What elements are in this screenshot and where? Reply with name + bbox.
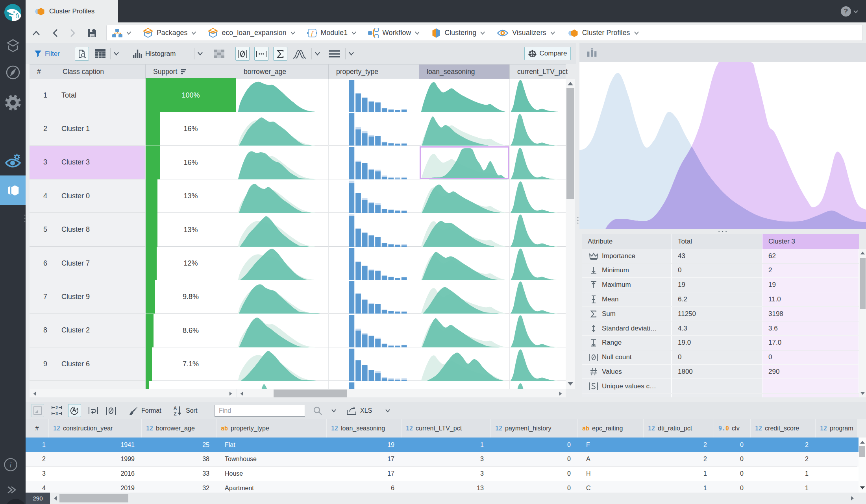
- wrap-text-button[interactable]: [87, 404, 100, 417]
- attr-total-cell[interactable]: [672, 379, 762, 393]
- records-vscrollbar[interactable]: [859, 438, 866, 493]
- attr-vscrollbar[interactable]: [859, 249, 866, 397]
- chart-cell-pt[interactable]: [329, 112, 419, 146]
- column-header-loan-seasoning[interactable]: loan_seasoning: [419, 65, 510, 79]
- chart-cell-pt[interactable]: [329, 146, 419, 179]
- attr-label-cell[interactable]: Importance: [582, 249, 672, 263]
- chevron-down-icon[interactable]: [853, 8, 859, 15]
- tab-cluster-profiles[interactable]: Cluster Profiles: [26, 0, 118, 22]
- chart-cell-ls[interactable]: [419, 146, 510, 179]
- search-dropdown[interactable]: [331, 409, 337, 413]
- breadcrumb-item-workflow[interactable]: Workflow: [368, 28, 420, 38]
- attr-label-cell[interactable]: Sum: [582, 307, 672, 321]
- null-count-toggle[interactable]: [235, 47, 250, 61]
- attr-cluster3-cell[interactable]: 0: [762, 351, 859, 365]
- chart-cell-ba[interactable]: [236, 280, 329, 314]
- attr-total-cell[interactable]: 19: [672, 278, 762, 292]
- column-chart-icon[interactable]: [587, 48, 597, 57]
- attr-cluster3-cell[interactable]: 3198: [762, 307, 859, 321]
- heatmap-button[interactable]: [214, 43, 224, 64]
- column-header-current-ltv-pct[interactable]: current_LTV_pct: [510, 65, 575, 79]
- chart-cell-ls[interactable]: [419, 213, 510, 247]
- records-column-header-construction_year[interactable]: 12construction_year: [49, 419, 142, 438]
- vscroll-thumb[interactable]: [566, 88, 574, 199]
- chart-cell-ba[interactable]: [236, 247, 329, 280]
- chart-cell-pt[interactable]: [329, 347, 419, 381]
- xls-dropdown[interactable]: [385, 409, 390, 413]
- chart-cell-ba[interactable]: [236, 347, 329, 381]
- mini-chart-button[interactable]: [31, 404, 44, 417]
- scroll-up-arrow[interactable]: [860, 441, 865, 444]
- chart-cell-pt[interactable]: [329, 213, 419, 247]
- attr-label-cell[interactable]: Values: [582, 365, 672, 379]
- sidebar-item-settings[interactable]: [0, 94, 26, 112]
- save-button[interactable]: [85, 22, 99, 43]
- attr-cluster3-cell[interactable]: 62: [762, 249, 859, 263]
- chart-cell-ls[interactable]: [419, 179, 510, 213]
- attr-label-cell[interactable]: Range: [582, 336, 672, 350]
- main-vscrollbar[interactable]: [566, 79, 575, 389]
- hscroll-thumb[interactable]: [59, 494, 128, 502]
- chart-cell-lv[interactable]: [510, 314, 566, 347]
- record-row-2[interactable]: 2199938Townhouse1730A202: [26, 452, 859, 467]
- chart-cell-ba[interactable]: [236, 213, 329, 247]
- sidebar-collapse-button[interactable]: [0, 482, 21, 498]
- cluster-row-cluster-0[interactable]: 4Cluster 013%: [30, 179, 566, 213]
- record-row-1[interactable]: 1194125Flat1910F202: [26, 438, 859, 452]
- attr-label-cell[interactable]: Unique values c…: [582, 379, 672, 393]
- column-header-num[interactable]: #: [30, 65, 55, 79]
- attr-cluster3-cell[interactable]: [762, 379, 859, 393]
- attr-label-cell[interactable]: Mean: [582, 292, 672, 306]
- sidebar-item-visualizers[interactable]: [0, 153, 26, 169]
- attr-cluster3-cell[interactable]: 11.0: [762, 292, 859, 306]
- format-button[interactable]: Format: [129, 402, 161, 419]
- column-header-borrower-age[interactable]: borrower_age: [236, 65, 329, 79]
- autofit-button[interactable]: [68, 404, 81, 417]
- help-button[interactable]: ?: [841, 6, 851, 17]
- back-button[interactable]: [49, 22, 61, 43]
- export-xls-button[interactable]: XLS: [346, 402, 372, 419]
- attr-total-cell[interactable]: 6.2: [672, 292, 762, 306]
- distribution-button[interactable]: [293, 43, 306, 64]
- cluster-row-cluster-6[interactable]: 9Cluster 67.1%: [30, 347, 566, 381]
- row-height-button[interactable]: 2 3: [50, 404, 63, 417]
- attr-column-header-attribute[interactable]: Attribute: [582, 234, 672, 249]
- records-column-header-current_LTV_pct[interactable]: 12current_LTV_pct: [402, 419, 491, 438]
- chart-cell-lv[interactable]: [510, 146, 566, 179]
- chart-cell-ba[interactable]: [236, 146, 329, 179]
- chart-cell-pt[interactable]: [329, 314, 419, 347]
- distribution-dropdown[interactable]: [315, 52, 320, 56]
- attr-label-cell[interactable]: Maximum: [582, 278, 672, 292]
- sum-toggle[interactable]: [273, 47, 287, 61]
- records-column-header-payment_history[interactable]: 12payment_history: [491, 419, 578, 438]
- sort-button[interactable]: A Z Sort: [173, 402, 197, 419]
- records-hscrollbar[interactable]: 290: [26, 493, 866, 504]
- charts-hscrollbar[interactable]: [237, 389, 566, 398]
- chevron-down-icon[interactable]: [480, 31, 485, 35]
- chart-cell-ls[interactable]: [419, 381, 510, 389]
- sidebar-item-explore[interactable]: [0, 64, 26, 81]
- column-header-support[interactable]: Support: [146, 65, 236, 79]
- chart-cell-lv[interactable]: [510, 79, 566, 112]
- chart-cell-lv[interactable]: [510, 179, 566, 213]
- scroll-up-button[interactable]: [30, 22, 42, 43]
- chart-cell-ls[interactable]: [419, 280, 510, 314]
- preview-toggle-button[interactable]: [75, 47, 89, 61]
- chart-cell-pt[interactable]: [329, 247, 419, 280]
- attr-cluster3-cell[interactable]: 17.0: [762, 336, 859, 350]
- chart-cell-ba[interactable]: [236, 179, 329, 213]
- show-nulls-button[interactable]: [104, 404, 118, 417]
- scroll-up-arrow[interactable]: [568, 82, 573, 85]
- sidebar-item-packages[interactable]: [0, 37, 26, 54]
- menu-dropdown[interactable]: [348, 52, 354, 56]
- forward-button[interactable]: [67, 22, 79, 43]
- histogram-mode-button[interactable]: Histogram: [133, 43, 176, 64]
- scroll-left-arrow[interactable]: [240, 391, 243, 396]
- chart-cell-lv[interactable]: [510, 247, 566, 280]
- records-column-header-program[interactable]: 12program: [816, 419, 857, 438]
- breadcrumb-item-clustering[interactable]: Clustering: [431, 28, 485, 38]
- attr-total-cell[interactable]: 1800: [672, 365, 762, 379]
- cluster-row-partial[interactable]: [30, 381, 566, 389]
- histogram-dropdown[interactable]: [197, 52, 203, 56]
- records-column-header-num[interactable]: #: [26, 419, 49, 438]
